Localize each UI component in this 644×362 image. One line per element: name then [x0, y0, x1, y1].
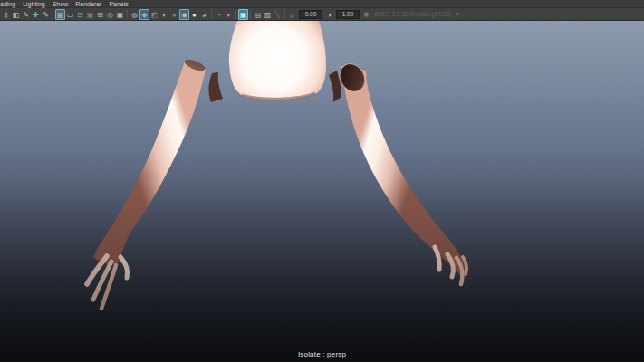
menu-renderer[interactable]: Renderer	[72, 0, 105, 8]
resolution-gate-icon[interactable]: ⊡	[75, 9, 85, 20]
panel-menubar: ading Lighting Show Renderer Panels	[0, 0, 644, 8]
camera-view-icon[interactable]: ◖	[224, 9, 234, 20]
menu-lighting[interactable]: Lighting	[19, 0, 49, 8]
exposure-icon[interactable]: ☼	[287, 9, 297, 20]
move-tool-icon[interactable]: ✚	[31, 9, 41, 20]
vignette-overlay	[0, 184, 644, 362]
torso-mesh[interactable]	[208, 21, 341, 102]
menu-show[interactable]: Show	[49, 0, 72, 8]
scene-canvas	[0, 21, 644, 362]
toolbar-separator	[211, 10, 212, 19]
caret-down-icon[interactable]: ▾	[453, 11, 461, 18]
gamma-field[interactable]: 1.00	[336, 10, 360, 19]
motion-blur-icon[interactable]: ◕	[199, 9, 209, 20]
menu-shading[interactable]: ading	[0, 0, 19, 8]
partial-icon[interactable]: ▮	[1, 9, 11, 20]
brush-icon[interactable]: ✎	[41, 9, 51, 20]
layers-icon[interactable]: ▥	[263, 9, 273, 20]
safe-title-icon[interactable]: ▣	[115, 9, 125, 20]
color-space-label: ACES 1.0 SDR-video (sRGB)	[374, 11, 451, 17]
toolbar-separator	[53, 10, 53, 19]
textured-icon[interactable]: ◩	[149, 9, 159, 20]
grid-icon[interactable]: ▦	[55, 9, 65, 20]
grease-pencil-icon[interactable]: ╲	[273, 9, 283, 20]
wireframe-icon[interactable]: ◍	[130, 9, 139, 20]
lightbulb-icon[interactable]: ●	[189, 9, 199, 20]
toolbar-separator	[235, 10, 236, 19]
shadows-icon[interactable]: ●	[169, 9, 179, 20]
use-all-lights-icon[interactable]: ◐	[159, 9, 169, 20]
film-gate-icon[interactable]: ▭	[65, 9, 75, 20]
menu-panels[interactable]: Panels	[105, 0, 131, 8]
camera-lock-icon[interactable]: ◧	[11, 9, 21, 20]
gate-mask-icon[interactable]: ▣	[85, 9, 95, 20]
toolbar-separator	[127, 10, 128, 19]
shaded-icon[interactable]: ◆	[139, 9, 149, 20]
snapshot-icon[interactable]: ▤	[253, 9, 263, 20]
field-chart-icon[interactable]: ⊞	[95, 9, 105, 20]
pencil-icon[interactable]: ✎	[21, 9, 31, 20]
panel-toolbar: ▮ ◧ ✎ ✚ ✎ ▦ ▭ ⊡ ▣ ⊞ ◎ ▣ ◍ ◆ ◩ ◐ ● ◉ ● ◕ …	[0, 8, 644, 21]
exposure-field[interactable]: 0.00	[299, 10, 322, 19]
torso-left-cut	[208, 72, 223, 102]
isolate-hud-text: Isolate : persp	[298, 350, 346, 358]
color-management-icon[interactable]: ✺	[361, 9, 371, 20]
isolate-select-icon[interactable]: ▣	[238, 9, 248, 20]
ssao-icon[interactable]: ◉	[179, 9, 189, 20]
perspective-viewport[interactable]: Isolate : persp	[0, 21, 644, 362]
toolbar-separator	[250, 10, 251, 19]
xray-icon[interactable]: ◔	[214, 9, 224, 20]
safe-action-icon[interactable]: ◎	[105, 9, 115, 20]
maya-window: ading Lighting Show Renderer Panels ▮ ◧ …	[0, 0, 644, 362]
toolbar-separator	[284, 10, 285, 19]
gamma-icon[interactable]: ◑	[324, 9, 334, 20]
